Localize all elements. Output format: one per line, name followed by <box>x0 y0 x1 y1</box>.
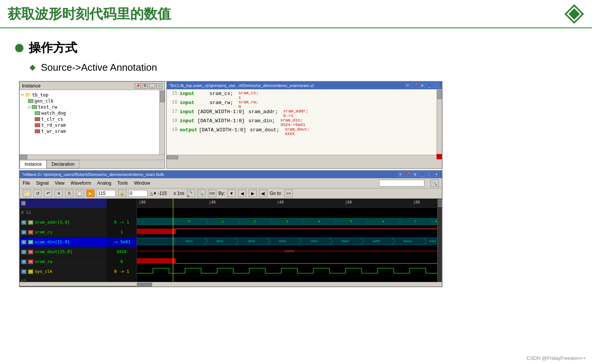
svg-marker-2 <box>30 65 36 71</box>
tree-item-t-wr-sram[interactable]: t_wr_sram <box>21 128 163 134</box>
source-max-btn[interactable]: □ <box>434 83 440 88</box>
sub-item: Source->Active Annotation <box>29 62 577 73</box>
tab-declaration[interactable]: Declaration <box>47 160 79 168</box>
source-min-btn[interactable]: _ <box>426 83 432 88</box>
pin-btn[interactable]: 📌 <box>135 83 141 89</box>
signal-row-sram-cs[interactable]: M W sram_cs <box>20 227 107 237</box>
svg-text:8: 8 <box>435 220 437 223</box>
signal-icon-sram-addr: M <box>21 220 26 225</box>
value-text-sram-cs: 1 <box>120 230 123 235</box>
signal-group-g2: G2 <box>20 277 107 286</box>
source-panel: *Src1:tb_top.sram_u(/qixin/proj_use...rt… <box>166 81 442 169</box>
nwave-reload-btn[interactable]: ⟳ <box>398 172 404 177</box>
delete-btn[interactable]: ✕ <box>54 190 63 197</box>
zoom-out-btn[interactable]: 🔍- <box>197 190 206 197</box>
source-pin-btn[interactable]: 📌 <box>412 83 418 88</box>
marker-input[interactable] <box>129 190 148 197</box>
nwave-panel: *nWave:2> /qixin/proj_users/Robert/Demos… <box>19 170 442 287</box>
menu-analog[interactable]: Analog <box>97 180 111 186</box>
source-scrollbar-h[interactable] <box>167 155 437 159</box>
cursor-btn[interactable]: ▶ <box>86 190 95 197</box>
open-btn[interactable]: 📁 <box>23 190 31 197</box>
min-btn[interactable]: _ <box>149 83 155 89</box>
nwave-float-btn[interactable]: ⧉ <box>412 172 418 177</box>
tree-item-watch-dog[interactable]: watch_dog <box>21 110 163 116</box>
cursor-line <box>173 199 173 282</box>
diamond-bullet-icon <box>29 64 36 72</box>
tree-item-t-rd-sram[interactable]: t_rd_sram <box>21 122 163 128</box>
menu-view[interactable]: View <box>55 180 65 186</box>
instance-titlebar: Instance 📌 ⧉ _ □ <box>20 82 165 90</box>
header: 获取波形时刻代码里的数值 <box>0 0 592 28</box>
time-input[interactable] <box>97 190 116 197</box>
signal-group-label-g1: # G1 <box>21 210 31 215</box>
tree-item-test-rw[interactable]: ⊟ test_rw <box>21 104 163 110</box>
tree-item-gen-clk[interactable]: gen_clk <box>21 98 163 104</box>
signal-name-sram-cs: sram_cs <box>35 230 52 235</box>
ruler-tick-120: |80 <box>139 200 146 204</box>
menu-tools[interactable]: Tools <box>117 180 128 186</box>
zoom-in-btn[interactable]: 🔍+ <box>187 190 195 197</box>
wave-row-sram-cs <box>137 227 442 236</box>
signal-icon2-sram-rw: W <box>28 260 33 264</box>
wave-row-sram-addr: 0 1 2 3 <box>137 217 442 227</box>
signal-row-sram-addr[interactable]: M W sram_addr[5.0] <box>20 218 107 227</box>
menu-signal[interactable]: Signal <box>36 180 48 186</box>
wave-canvas[interactable]: |80 |40 |40 |60 |80 <box>137 199 442 282</box>
undo-btn[interactable]: ↶ <box>44 190 52 197</box>
signal-row-sram-rw[interactable]: M W sram_rw <box>20 257 107 267</box>
tab-instance[interactable]: Instance <box>20 160 47 168</box>
nwave-max-btn[interactable]: □ <box>426 172 432 177</box>
delta-value: -115 <box>158 191 171 196</box>
tree-item-t-clr-cs[interactable]: t_clr_cs <box>21 116 163 122</box>
lock-btn[interactable]: 🔒 <box>118 190 126 197</box>
signal-group-label-g2: G2 <box>21 279 26 284</box>
paste-btn[interactable]: 📋 <box>76 190 84 197</box>
instance-panel: Instance 📌 ⧉ _ □ ⊟ 📁 tb_top <box>19 81 165 169</box>
tree-item-tb-top[interactable]: ⊟ 📁 tb_top <box>21 92 163 98</box>
wave-scrollbar-v[interactable] <box>437 199 442 282</box>
step-end-btn[interactable]: ◀| <box>259 190 267 197</box>
svg-text:7: 7 <box>414 220 416 223</box>
source-float-btn[interactable]: ⧉ <box>419 83 425 88</box>
value-text-sram-din: -> 5e81 <box>113 240 130 244</box>
svg-text:1: 1 <box>222 220 224 223</box>
copy-btn[interactable]: ⎘ <box>65 190 73 197</box>
waveform-sram-dout: XXXX <box>137 246 442 256</box>
instance-scrollbar-h[interactable] <box>20 154 165 159</box>
svg-text:4: 4 <box>318 220 320 223</box>
source-reload-btn[interactable]: ⟳ <box>405 83 411 88</box>
signal-row-sys-clk[interactable]: M W sys_clk <box>20 267 107 277</box>
signal-name-sram-din: sram_din[15.0] <box>35 240 70 244</box>
source-scrollbar-v[interactable] <box>437 89 442 159</box>
svg-text:5e81: 5e81 <box>216 240 224 243</box>
goto-end-btn[interactable]: >> <box>284 190 293 197</box>
nwave-close-btn[interactable]: ✕ <box>434 172 440 177</box>
svg-marker-27 <box>137 238 176 244</box>
step-back-btn[interactable]: ◀ <box>238 190 246 197</box>
svg-marker-4 <box>137 218 176 225</box>
svg-text:d609: d609 <box>248 240 255 243</box>
code-line-19: 19 output [DATA_WIDTH-1:0] sram_dout; sr… <box>167 127 442 136</box>
instance-scrollbar-v[interactable] <box>159 90 165 154</box>
signal-icon-sys-clk: M <box>21 269 26 274</box>
section-header: 操作方式 <box>15 40 577 56</box>
nwave-pin-btn[interactable]: 📌 <box>405 172 411 177</box>
max-btn[interactable]: □ <box>156 83 162 89</box>
wave-row-sram-dout: XXXX <box>137 246 442 256</box>
waveform-sram-rw <box>137 256 442 266</box>
menu-file[interactable]: File <box>23 180 30 186</box>
step-select[interactable]: ▼ <box>227 190 236 197</box>
signal-row-sram-din[interactable]: M W sram_din[15.0] <box>20 237 107 247</box>
search-input[interactable] <box>379 180 424 187</box>
float-btn[interactable]: ⧉ <box>142 83 148 89</box>
menu-window[interactable]: Window <box>134 180 150 186</box>
menu-waveform[interactable]: Waveform <box>71 180 91 186</box>
zoom-100-btn[interactable]: 100 <box>208 190 216 197</box>
nwave-min-btn[interactable]: _ <box>419 172 425 177</box>
play-btn[interactable]: ▶ <box>249 190 257 197</box>
signal-row-sram-dout[interactable]: M W sram_dout[15.0] <box>20 247 107 257</box>
search-btn[interactable]: 🔍 <box>430 179 439 187</box>
ruler-tick-160: |60 <box>345 200 352 204</box>
reload-btn[interactable]: ↺ <box>33 190 42 197</box>
